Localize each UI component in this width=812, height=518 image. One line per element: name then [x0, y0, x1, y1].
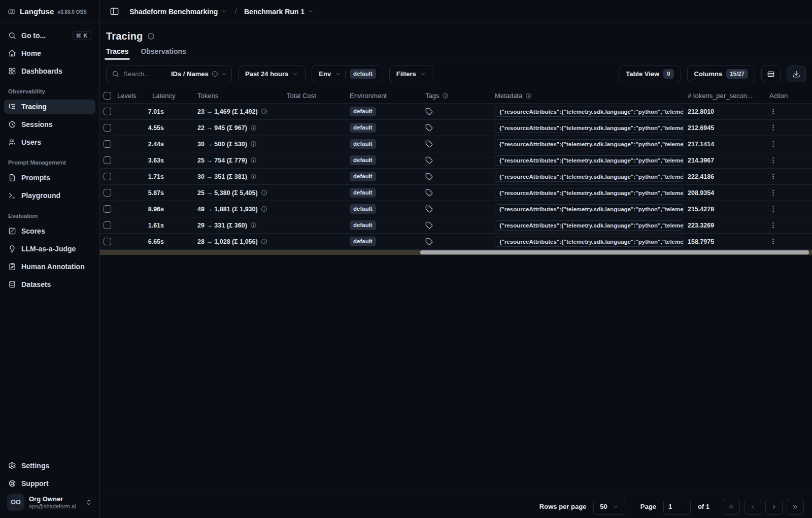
kebab-menu-button[interactable]	[769, 205, 777, 213]
metadata-pill[interactable]: {"resourceAttributes":{"telemetry.sdk.la…	[495, 139, 684, 149]
table-row[interactable]: 1.61s 29 → 331 (Σ 360) default {"resourc…	[100, 217, 812, 234]
row-checkbox[interactable]	[104, 108, 111, 115]
breadcrumb-project[interactable]: Shadeform Benchmarking	[129, 8, 227, 16]
tag-button[interactable]	[425, 140, 433, 148]
sidebar-toggle-button[interactable]	[107, 5, 121, 19]
header-tags[interactable]: Tags	[423, 92, 493, 100]
columns-button[interactable]: Columns 15/27	[687, 66, 755, 82]
kebab-menu-button[interactable]	[769, 221, 777, 229]
kebab-menu-button[interactable]	[769, 189, 777, 197]
tag-button[interactable]	[425, 205, 433, 213]
previous-page-button[interactable]	[744, 499, 761, 515]
sidebar-item-human-annotation[interactable]: Human Annotation	[4, 260, 95, 274]
filters-button[interactable]: Filters	[389, 66, 433, 82]
sidebar-item-support[interactable]: Support	[4, 476, 95, 491]
row-checkbox[interactable]	[104, 156, 111, 164]
header-environment[interactable]: Environment	[348, 92, 423, 100]
info-icon[interactable]	[250, 173, 257, 180]
row-checkbox[interactable]	[104, 140, 111, 148]
row-checkbox[interactable]	[104, 238, 111, 245]
header-tokens-per-second[interactable]: # tokens_per_secon...	[686, 92, 763, 100]
sidebar-item-settings[interactable]: Settings	[4, 459, 95, 473]
info-icon[interactable]	[261, 108, 267, 115]
metadata-pill[interactable]: {"resourceAttributes":{"telemetry.sdk.la…	[495, 123, 684, 133]
row-checkbox[interactable]	[104, 205, 111, 213]
header-total-cost[interactable]: Total Cost	[285, 92, 348, 100]
tag-button[interactable]	[425, 156, 433, 164]
kebab-menu-button[interactable]	[769, 140, 777, 148]
header-latency[interactable]: Latency	[148, 92, 195, 100]
sidebar-item-prompts[interactable]: Prompts	[4, 171, 95, 185]
row-checkbox[interactable]	[104, 189, 111, 197]
metadata-pill[interactable]: {"resourceAttributes":{"telemetry.sdk.la…	[495, 220, 684, 231]
info-icon[interactable]	[261, 189, 267, 196]
row-checkbox[interactable]	[104, 221, 111, 229]
row-height-button[interactable]	[761, 66, 781, 82]
table-row[interactable]: 1.71s 30 → 351 (Σ 381) default {"resourc…	[100, 169, 812, 185]
metadata-pill[interactable]: {"resourceAttributes":{"telemetry.sdk.la…	[495, 204, 684, 214]
header-metadata[interactable]: Metadata	[493, 92, 686, 100]
tag-button[interactable]	[425, 189, 433, 197]
goto-button[interactable]: Go to... ⌘ K	[4, 28, 95, 43]
kebab-menu-button[interactable]	[769, 124, 777, 132]
table-view-button[interactable]: Table View 0	[619, 66, 681, 82]
tag-button[interactable]	[425, 238, 433, 245]
row-checkbox[interactable]	[104, 124, 111, 132]
rows-per-page-select[interactable]: 50	[593, 499, 625, 515]
sidebar-item-users[interactable]: Users	[4, 135, 95, 149]
table-row[interactable]: 7.01s 23 → 1,469 (Σ 1,492) default {"res…	[100, 104, 812, 120]
page-number-input[interactable]	[663, 499, 691, 515]
tab-observations[interactable]: Observations	[141, 47, 186, 60]
sidebar-item-sessions[interactable]: Sessions	[4, 117, 95, 132]
scrollbar-thumb[interactable]	[420, 250, 809, 254]
tag-button[interactable]	[425, 173, 433, 180]
kebab-menu-button[interactable]	[769, 156, 777, 164]
metadata-pill[interactable]: {"resourceAttributes":{"telemetry.sdk.la…	[495, 155, 684, 166]
tag-button[interactable]	[425, 221, 433, 229]
select-all-checkbox[interactable]	[104, 92, 111, 100]
metadata-pill[interactable]: {"resourceAttributes":{"telemetry.sdk.la…	[495, 237, 684, 247]
search-mode-dropdown[interactable]: IDs / Names	[171, 70, 227, 78]
row-checkbox[interactable]	[104, 173, 111, 180]
info-icon[interactable]	[147, 33, 155, 40]
breadcrumb-run[interactable]: Benchmark Run 1	[244, 8, 314, 16]
sidebar-item-home[interactable]: Home	[4, 46, 95, 60]
kebab-menu-button[interactable]	[769, 108, 777, 115]
tag-button[interactable]	[425, 108, 433, 115]
header-levels[interactable]: Levels	[115, 92, 148, 100]
search-group[interactable]: IDs / Names	[106, 66, 232, 82]
sidebar-item-datasets[interactable]: Datasets	[4, 277, 95, 292]
sidebar-item-dashboards[interactable]: Dashboards	[4, 64, 95, 78]
info-icon[interactable]	[250, 157, 257, 164]
table-row[interactable]: 25.87s 25 → 5,380 (Σ 5,405) default {"re…	[100, 185, 812, 201]
env-filter-button[interactable]: Env default	[312, 66, 383, 82]
header-tokens[interactable]: Tokens	[195, 92, 285, 100]
table-row[interactable]: 6.65s 28 → 1,028 (Σ 1,056) default {"res…	[100, 234, 812, 250]
tag-button[interactable]	[425, 124, 433, 132]
horizontal-scrollbar[interactable]	[100, 250, 812, 255]
sidebar-item-scores[interactable]: Scores	[4, 224, 95, 238]
table-row[interactable]: 3.63s 25 → 754 (Σ 779) default {"resourc…	[100, 152, 812, 169]
org-switcher[interactable]: OO Org Owner ops@shadeform.ai	[4, 491, 95, 514]
tab-traces[interactable]: Traces	[106, 47, 128, 60]
table-row[interactable]: 4.55s 22 → 945 (Σ 967) default {"resourc…	[100, 120, 812, 136]
info-icon[interactable]	[250, 222, 257, 229]
info-icon[interactable]	[250, 141, 257, 147]
metadata-pill[interactable]: {"resourceAttributes":{"telemetry.sdk.la…	[495, 107, 684, 117]
kebab-menu-button[interactable]	[769, 173, 777, 180]
first-page-button[interactable]	[723, 499, 740, 515]
metadata-pill[interactable]: {"resourceAttributes":{"telemetry.sdk.la…	[495, 188, 684, 198]
time-range-button[interactable]: Past 24 hours	[238, 66, 306, 82]
next-page-button[interactable]	[765, 499, 783, 515]
metadata-pill[interactable]: {"resourceAttributes":{"telemetry.sdk.la…	[495, 172, 684, 182]
sidebar-item-tracing[interactable]: Tracing	[4, 100, 95, 114]
last-page-button[interactable]	[787, 499, 804, 515]
info-icon[interactable]	[250, 124, 257, 131]
kebab-menu-button[interactable]	[769, 238, 777, 245]
table-row[interactable]: 8.96s 49 → 1,881 (Σ 1,930) default {"res…	[100, 201, 812, 217]
sidebar-item-playground[interactable]: Playground	[4, 188, 95, 203]
table-row[interactable]: 2.44s 30 → 500 (Σ 530) default {"resourc…	[100, 136, 812, 152]
info-icon[interactable]	[261, 206, 267, 212]
info-icon[interactable]	[261, 238, 267, 245]
export-button[interactable]	[787, 66, 806, 82]
